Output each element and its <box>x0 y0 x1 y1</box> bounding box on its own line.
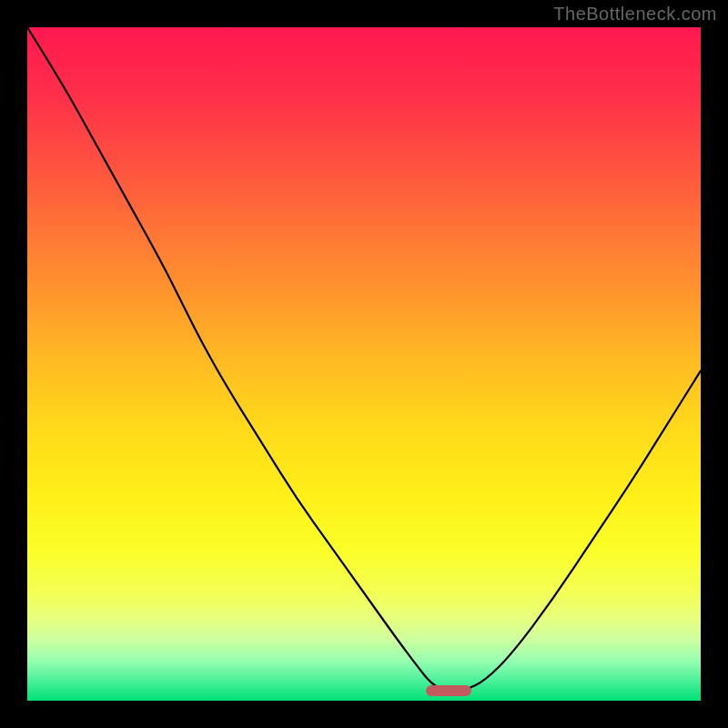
chart-frame: TheBottleneck.com <box>0 0 728 728</box>
optimal-marker <box>426 685 471 696</box>
plot-area <box>27 27 701 701</box>
bottleneck-curve <box>27 27 701 701</box>
watermark-text: TheBottleneck.com <box>553 4 717 25</box>
